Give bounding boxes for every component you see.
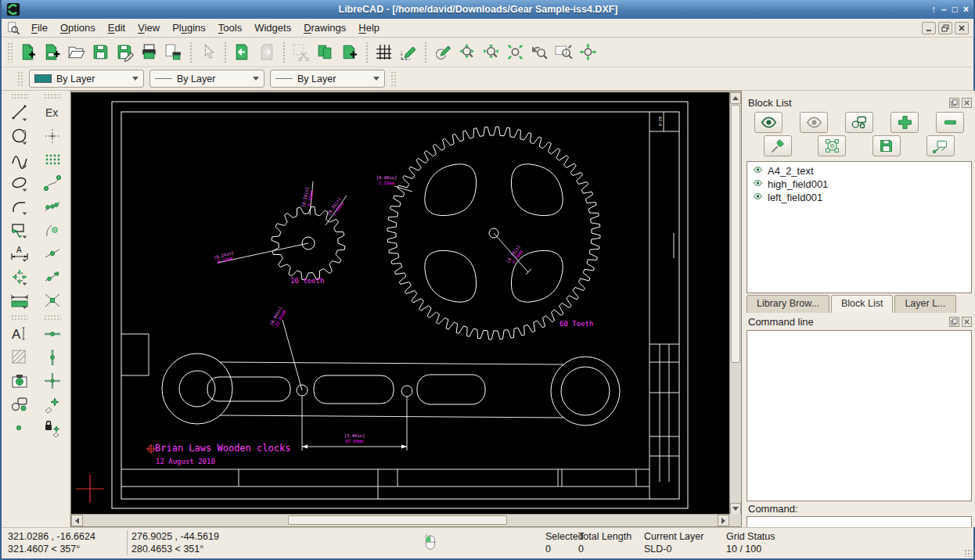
line-tool-button[interactable]	[7, 101, 32, 124]
print-button[interactable]	[137, 40, 161, 64]
menu-edit[interactable]: Edit	[102, 20, 131, 35]
toolbar-grip[interactable]	[44, 314, 61, 321]
dimension-tool-button[interactable]: A	[7, 242, 32, 265]
vertical-scrollbar[interactable]	[729, 92, 741, 515]
maximize-window-button[interactable]: □	[952, 2, 958, 16]
new-from-template-button[interactable]	[40, 40, 64, 64]
color-dropdown[interactable]: By Layer	[29, 70, 144, 88]
spline-tool-button[interactable]	[7, 148, 32, 171]
exclusive-tool-button[interactable]: Ex	[40, 101, 65, 124]
block-tool-button[interactable]	[7, 393, 32, 416]
close-panel-button[interactable]	[962, 98, 972, 108]
snap-endpoint-tool-button[interactable]	[40, 171, 65, 195]
line-width-dropdown[interactable]: By Layer	[149, 70, 264, 88]
horizontal-scrollbar-thumb[interactable]	[288, 515, 507, 525]
horizontal-scrollbar[interactable]	[71, 514, 729, 526]
float-panel-button[interactable]	[949, 98, 959, 108]
menu-tools[interactable]: Tools	[212, 20, 248, 35]
point-tool-button[interactable]	[7, 416, 32, 440]
resize-grip[interactable]	[964, 549, 972, 557]
toolbar-grip[interactable]	[11, 314, 28, 321]
auto-zoom-button[interactable]	[503, 40, 527, 64]
mdi-close-button[interactable]	[955, 22, 969, 34]
zoom-in-button[interactable]	[455, 40, 479, 64]
open-button[interactable]	[64, 40, 88, 64]
tab-layer-l[interactable]: Layer L...	[894, 295, 955, 313]
lock-relative-zero-tool-button[interactable]	[40, 416, 65, 440]
snap-free-tool-button[interactable]	[40, 124, 65, 148]
save-button[interactable]	[88, 40, 113, 64]
cad-canvas[interactable]: Brian Laws Wooden clocks12 August 201016…	[71, 92, 729, 515]
save-as-button[interactable]	[113, 40, 137, 64]
minimize-window-button[interactable]: –	[941, 2, 947, 16]
block-visible-eye-icon[interactable]	[752, 192, 764, 203]
pan-button[interactable]	[576, 40, 600, 64]
zoom-out-button[interactable]	[479, 40, 503, 64]
toolbar-grip[interactable]	[390, 71, 397, 87]
tab-library-brow[interactable]: Library Brow...	[747, 295, 829, 313]
remove-block-button[interactable]	[936, 112, 964, 133]
scroll-right-button[interactable]	[718, 515, 729, 526]
vertical-scrollbar-thumb[interactable]	[731, 105, 740, 363]
toolbar-grip[interactable]	[7, 42, 13, 63]
command-history[interactable]	[747, 330, 972, 501]
float-panel-button[interactable]	[949, 317, 959, 327]
hide-all-blocks-button[interactable]	[800, 112, 828, 133]
toolbar-grip[interactable]	[44, 93, 61, 99]
snap-grid-tool-button[interactable]	[40, 148, 65, 171]
rename-block-button[interactable]	[764, 135, 792, 156]
snap-middle-tool-button[interactable]	[40, 242, 65, 265]
shade-window-button[interactable]: ↑	[931, 2, 936, 16]
cut-button[interactable]	[289, 40, 313, 64]
restrict-vertical-tool-button[interactable]	[40, 346, 65, 369]
block-visible-eye-icon[interactable]	[752, 178, 764, 190]
previous-view-button[interactable]	[527, 40, 552, 64]
block-list-item[interactable]: left_field001	[749, 191, 970, 204]
snap-center-tool-button[interactable]	[40, 218, 65, 242]
insert-block-button[interactable]	[926, 135, 955, 156]
menu-view[interactable]: View	[131, 20, 166, 35]
snap-on-entity-tool-button[interactable]	[40, 195, 65, 218]
save-block-button[interactable]	[872, 135, 901, 156]
circle-tool-button[interactable]	[7, 124, 32, 148]
menu-options[interactable]: Options	[54, 20, 102, 35]
block-list-item[interactable]: A4_2_text	[749, 164, 970, 178]
close-window-button[interactable]: ×	[963, 2, 969, 16]
redo-button[interactable]	[254, 40, 279, 64]
measure-tool-button[interactable]	[7, 289, 32, 312]
block-visible-eye-icon[interactable]	[752, 165, 764, 177]
undo-button[interactable]	[230, 40, 254, 64]
menu-drawings[interactable]: Drawings	[297, 20, 352, 35]
grid-button[interactable]	[372, 40, 396, 64]
curve-tool-button[interactable]	[7, 195, 32, 218]
close-panel-button[interactable]	[962, 317, 972, 327]
ellipse-tool-button[interactable]	[7, 171, 32, 195]
text-tool-button[interactable]: A	[7, 322, 32, 346]
mdi-minimize-button[interactable]	[922, 22, 936, 34]
hatch-tool-button[interactable]	[7, 346, 32, 369]
snap-intersection-tool-button[interactable]	[40, 289, 65, 312]
new-button[interactable]	[16, 40, 40, 64]
show-all-blocks-button[interactable]	[754, 112, 783, 133]
select-tool-button[interactable]	[7, 218, 32, 242]
pointer-button[interactable]	[196, 40, 220, 64]
title-bar[interactable]: LibreCAD - [/home/david/Downloads/Gear S…	[2, 0, 973, 19]
restrict-orthogonal-tool-button[interactable]	[40, 369, 65, 393]
redraw-button[interactable]	[430, 40, 455, 64]
tab-block-list[interactable]: Block List	[831, 295, 894, 313]
move-tool-button[interactable]	[7, 265, 32, 289]
restrict-horizontal-tool-button[interactable]	[40, 322, 65, 346]
window-zoom-button[interactable]	[552, 40, 576, 64]
draft-button[interactable]	[396, 40, 420, 64]
toggle-block-visibility-button[interactable]	[845, 112, 873, 133]
toolbar-grip[interactable]	[17, 71, 23, 87]
scroll-left-button[interactable]	[71, 515, 83, 526]
menu-file[interactable]: File	[25, 20, 54, 35]
print-preview-button[interactable]	[161, 40, 185, 64]
mdi-restore-button[interactable]	[938, 22, 952, 34]
block-list-item[interactable]: high_field001	[749, 178, 970, 191]
block-list[interactable]: A4_2_texthigh_field001left_field001	[747, 161, 972, 293]
paste-button[interactable]	[337, 40, 362, 64]
snap-distance-tool-button[interactable]	[40, 265, 65, 289]
image-tool-button[interactable]	[7, 369, 32, 393]
